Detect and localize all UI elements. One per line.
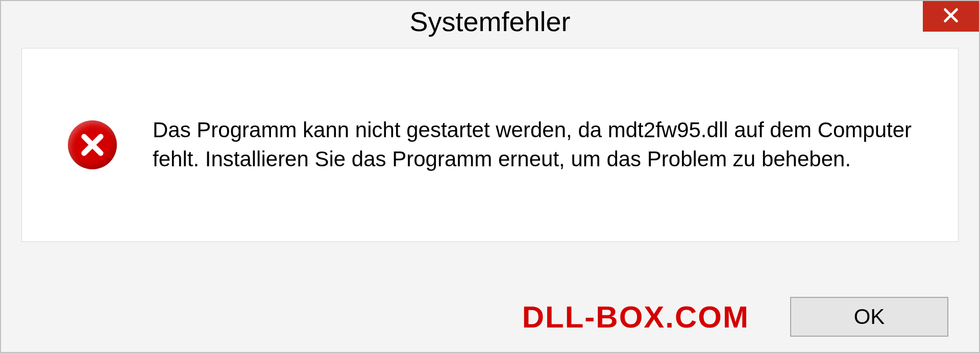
- ok-button[interactable]: OK: [790, 297, 948, 337]
- close-button[interactable]: [923, 1, 979, 32]
- content-panel: Das Programm kann nicht gestartet werden…: [21, 48, 959, 242]
- window-title: Systemfehler: [409, 6, 570, 37]
- bottom-bar: DLL-BOX.COM OK: [1, 297, 979, 337]
- ok-button-label: OK: [854, 305, 885, 329]
- error-icon: [68, 120, 117, 169]
- close-icon: [942, 7, 960, 26]
- error-message: Das Programm kann nicht gestartet werden…: [153, 116, 927, 173]
- title-bar: Systemfehler: [1, 1, 979, 42]
- watermark-text: DLL-BOX.COM: [522, 299, 749, 335]
